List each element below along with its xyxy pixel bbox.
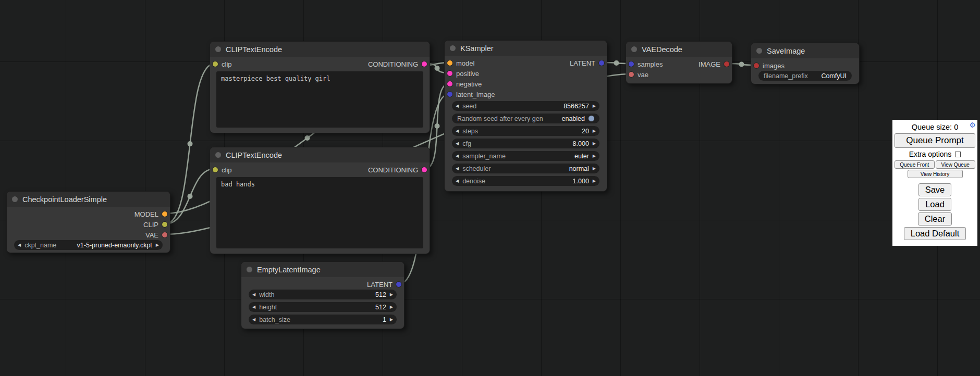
node-clip-text-encode-positive[interactable]: CLIPTextEncode clip CONDITIONING masterp… [210,41,430,133]
widget-label: filename_prefix [764,72,808,80]
slot-row: positive [445,68,607,79]
slot-row: latent_image [445,89,607,99]
widget-filename-prefix[interactable]: filename_prefix ComfyUI [758,71,852,81]
node-title-bar[interactable]: CheckpointLoaderSimple [7,192,170,207]
positive-prompt-textarea[interactable]: masterpiece best quality girl [216,71,423,128]
node-save-image[interactable]: SaveImage images filename_prefix ComfyUI [751,43,860,84]
decrement-arrow-icon[interactable]: ◀ [18,240,21,250]
input-connector-negative[interactable] [447,81,452,86]
collapse-dot-icon[interactable] [215,46,221,52]
collapse-dot-icon[interactable] [12,196,18,202]
extra-options-checkbox[interactable] [955,152,961,157]
node-vae-decode[interactable]: VAEDecode samples IMAGE vae [626,41,732,84]
collapse-dot-icon[interactable] [756,48,762,54]
input-connector-clip[interactable] [213,61,218,67]
output-connector-vae[interactable] [162,232,167,237]
decrement-arrow-icon[interactable]: ◀ [456,151,459,161]
widget-random-seed-toggle[interactable]: Random seed after every gen enabled [452,114,599,123]
load-button[interactable]: Load [918,198,951,211]
slot-row: images [751,60,859,71]
widget-value: euler [574,153,589,160]
queue-prompt-button[interactable]: Queue Prompt [895,133,975,148]
output-connector-latent[interactable] [599,60,604,66]
input-label-clip: clip [222,166,232,174]
node-clip-text-encode-negative[interactable]: CLIPTextEncode clip CONDITIONING bad han… [210,147,430,254]
increment-arrow-icon[interactable]: ▶ [593,101,596,111]
decrement-arrow-icon[interactable]: ◀ [456,164,459,173]
increment-arrow-icon[interactable]: ▶ [390,302,393,312]
input-connector-images[interactable] [754,63,759,68]
node-title-bar[interactable]: CLIPTextEncode [210,147,430,162]
widget-batch-size[interactable]: ◀ batch_size 1 ▶ [249,315,397,324]
decrement-arrow-icon[interactable]: ◀ [456,101,459,111]
decrement-arrow-icon[interactable]: ◀ [252,302,255,312]
node-title-bar[interactable]: EmptyLatentImage [241,262,404,277]
collapse-dot-icon[interactable] [215,152,221,158]
decrement-arrow-icon[interactable]: ◀ [456,139,459,148]
input-connector-model[interactable] [447,60,452,66]
increment-arrow-icon[interactable]: ▶ [593,176,596,186]
link-midpoint-dot [188,194,193,199]
increment-arrow-icon[interactable]: ▶ [156,240,159,250]
settings-gear-icon[interactable]: ⚙ [969,121,976,129]
decrement-arrow-icon[interactable]: ◀ [456,176,459,186]
negative-prompt-textarea[interactable]: bad hands [216,177,423,248]
node-ksampler[interactable]: KSampler model LATENT positive negative … [444,40,607,192]
output-connector-clip[interactable] [162,222,167,227]
increment-arrow-icon[interactable]: ▶ [593,164,596,173]
widget-value: 1 [383,316,386,323]
input-connector-vae[interactable] [629,72,634,77]
graph-canvas[interactable]: CheckpointLoaderSimple MODEL CLIP VAE ◀ … [0,0,980,376]
output-label-latent: LATENT [367,281,393,289]
input-connector-clip[interactable] [213,167,218,172]
widget-scheduler[interactable]: ◀ scheduler normal ▶ [452,164,599,173]
widget-width[interactable]: ◀ width 512 ▶ [249,290,397,299]
node-checkpoint-loader[interactable]: CheckpointLoaderSimple MODEL CLIP VAE ◀ … [6,191,170,253]
widget-value: 8.000 [573,140,589,147]
output-connector-conditioning[interactable] [422,167,427,172]
decrement-arrow-icon[interactable]: ◀ [456,126,459,136]
save-button[interactable]: Save [918,183,952,196]
slot-row: model LATENT [445,58,607,68]
widget-cfg[interactable]: ◀ cfg 8.000 ▶ [452,139,599,148]
widget-height[interactable]: ◀ height 512 ▶ [249,302,397,312]
output-connector-image[interactable] [724,61,729,67]
toggle-on-icon[interactable] [589,116,594,121]
increment-arrow-icon[interactable]: ▶ [593,126,596,136]
widget-ckpt-name[interactable]: ◀ ckpt_name v1-5-pruned-emaonly.ckpt ▶ [14,240,163,250]
node-title-bar[interactable]: VAEDecode [626,42,732,57]
decrement-arrow-icon[interactable]: ◀ [252,315,255,324]
widget-value: enabled [562,115,585,122]
increment-arrow-icon[interactable]: ▶ [390,290,393,299]
increment-arrow-icon[interactable]: ▶ [593,139,596,148]
widget-seed[interactable]: ◀ seed 8566257 ▶ [452,101,599,111]
output-connector-model[interactable] [162,211,167,217]
collapse-dot-icon[interactable] [247,267,252,272]
node-title-bar[interactable]: SaveImage [751,43,859,58]
input-connector-samples[interactable] [629,61,634,67]
increment-arrow-icon[interactable]: ▶ [390,315,393,324]
output-connector-conditioning[interactable] [422,61,427,67]
node-title: KSampler [460,44,494,53]
widget-denoise[interactable]: ◀ denoise 1.000 ▶ [452,176,599,186]
output-connector-latent[interactable] [396,282,401,287]
view-history-button[interactable]: View History [908,170,963,178]
input-connector-positive[interactable] [447,71,452,76]
widget-sampler-name[interactable]: ◀ sampler_name euler ▶ [452,151,599,161]
collapse-dot-icon[interactable] [450,45,456,51]
input-connector-latent-image[interactable] [447,92,452,97]
widget-label: steps [462,128,478,135]
collapse-dot-icon[interactable] [631,46,637,52]
widget-steps[interactable]: ◀ steps 20 ▶ [452,126,599,136]
clear-button[interactable]: Clear [918,212,952,225]
queue-front-button[interactable]: Queue Front [895,160,935,169]
node-title-bar[interactable]: CLIPTextEncode [210,42,430,57]
node-empty-latent-image[interactable]: EmptyLatentImage LATENT ◀ width 512 ▶ ◀ … [241,261,405,329]
increment-arrow-icon[interactable]: ▶ [593,151,596,161]
link-midpoint-dot [435,66,440,71]
load-default-button[interactable]: Load Default [904,227,966,240]
widget-label: denoise [462,178,485,185]
view-queue-button[interactable]: View Queue [936,160,976,169]
decrement-arrow-icon[interactable]: ◀ [252,290,255,299]
node-title-bar[interactable]: KSampler [445,41,607,56]
